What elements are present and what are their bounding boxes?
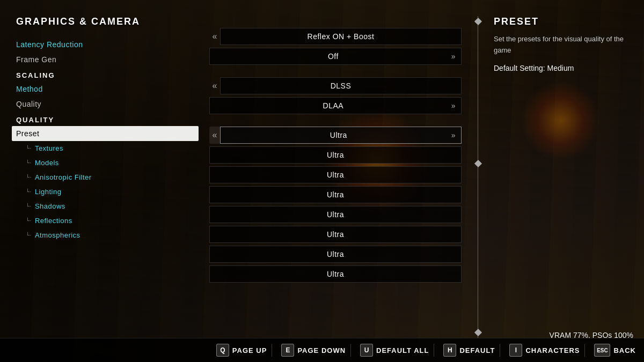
default-label: DEFAULT [459,346,495,354]
setting-row-latency: « Reflex ON + Boost [209,28,462,45]
sidebar-item-quality[interactable]: Quality [16,97,199,112]
page-up-key: Q [216,344,229,357]
right-panel: PRESET Set the presets for the visual qu… [483,11,644,338]
value-textures: Ultra [209,146,462,164]
preset-title: PRESET [494,16,628,27]
default-all-label: DEFAULT ALL [376,346,429,354]
page-down-button[interactable]: E PAGE DOWN [281,344,346,357]
sidebar-item-lighting[interactable]: └· Lighting [16,184,199,199]
back-key: ESC [594,344,610,357]
sidebar-item-reflections[interactable]: └· Reflections [16,213,199,228]
sub-marker-aniso: └· [26,174,32,180]
value-atmospherics: Ultra [209,265,462,283]
vertical-line [478,16,478,338]
left-arrow-method[interactable]: « [209,81,220,91]
characters-button[interactable]: I CHARACTERS [509,344,580,357]
value-reflections: Ultra [209,246,462,263]
page-down-key: E [281,344,294,357]
right-arrow-quality[interactable]: » [451,101,456,110]
back-button[interactable]: ESC BACK [594,344,636,357]
anisotropic-label: Anisotropic Filter [35,173,92,181]
shadows-label: Shadows [35,202,65,210]
models-label: Models [35,159,59,167]
frame-gen-label: Frame Gen [16,55,56,64]
setting-row-aniso: Ultra [209,186,462,203]
value-aniso: Ultra [209,186,462,203]
sidebar-item-preset[interactable]: Preset [12,126,199,141]
textures-label: Textures [35,144,63,152]
setting-row-atmospherics: Ultra [209,265,462,283]
default-key: H [443,344,456,357]
value-lighting: Ultra [209,206,462,223]
sub-marker-reflections: └· [26,218,32,224]
right-arrow-framegen[interactable]: » [451,52,456,61]
settings-panel: « Reflex ON + Boost Off » « DLSS [199,28,472,338]
back-label: BACK [613,346,636,354]
sidebar-item-latency-reduction[interactable]: Latency Reduction [16,37,199,52]
page-up-label: PAGE UP [232,346,267,354]
sub-marker-models: └· [26,160,32,166]
sidebar-item-anisotropic[interactable]: └· Anisotropic Filter [16,170,199,184]
sidebar-section-scaling: SCALING [16,69,199,82]
page-down-label: PAGE DOWN [297,346,346,354]
value-method: DLSS [220,77,462,94]
latency-reduction-label: Latency Reduction [16,40,83,49]
page-title: GRAPHICS & CAMERA [16,16,199,27]
sidebar-item-frame-gen[interactable]: Frame Gen [16,52,199,67]
value-preset: Ultra » [220,127,462,144]
bottom-bar: Q PAGE UP E PAGE DOWN U DEFAULT ALL H DE… [0,338,644,362]
setting-row-shadows: Ultra [209,226,462,243]
sidebar-item-method[interactable]: Method [16,82,199,97]
diamond-bot [474,329,481,336]
separator-4 [500,344,500,357]
value-latency: Reflex ON + Boost [220,28,462,45]
method-label: Method [16,85,43,93]
atmospherics-label: Atmospherics [35,231,80,239]
lighting-label: Lighting [35,188,62,196]
sidebar-item-atmospherics[interactable]: └· Atmospherics [16,228,199,242]
separator-1 [272,344,272,357]
characters-key: I [509,344,522,357]
sidebar-item-models[interactable]: └· Models [16,156,199,170]
sidebar-section-quality: QUALITY [16,114,199,126]
value-shadows: Ultra [209,226,462,243]
setting-row-reflections: Ultra [209,246,462,263]
default-all-key: U [360,344,373,357]
sidebar-item-textures[interactable]: └· Textures [16,141,199,156]
sub-marker-atmospherics: └· [26,232,32,238]
setting-row-quality: DLAA » [209,97,462,114]
spacer-1 [209,68,462,77]
separator-5 [584,344,585,357]
setting-row-preset: « Ultra » [209,127,462,144]
spacer-2 [209,117,462,127]
setting-row-models: Ultra [209,166,462,183]
sub-marker-textures: └· [26,145,32,151]
default-all-button[interactable]: U DEFAULT ALL [360,344,429,357]
preset-menu-label: Preset [16,129,39,138]
preset-default-label: Default Setting: Medium [494,64,628,72]
preset-description: Set the presets for the visual quality o… [494,34,628,56]
left-arrow-latency[interactable]: « [209,32,220,41]
diamond-top [474,18,481,25]
value-quality: DLAA » [209,97,462,114]
page-up-button[interactable]: Q PAGE UP [216,344,267,357]
value-models: Ultra [209,166,462,183]
sub-marker-lighting: └· [26,189,32,195]
setting-row-lighting: Ultra [209,206,462,223]
diamond-mid [474,160,481,167]
separator-3 [434,344,434,357]
scaling-label: SCALING [16,71,55,79]
left-menu-panel: GRAPHICS & CAMERA Latency Reduction Fram… [0,11,199,338]
setting-row-textures: Ultra [209,146,462,164]
left-arrow-preset[interactable]: « [209,130,220,140]
setting-row-method: « DLSS [209,77,462,94]
default-button[interactable]: H DEFAULT [443,344,495,357]
quality-label: Quality [16,100,41,108]
sub-marker-shadows: └· [26,203,32,209]
setting-row-framegen: Off » [209,48,462,65]
separator-2 [350,344,351,357]
sidebar-item-shadows[interactable]: └· Shadows [16,199,199,213]
vertical-line-container [472,16,483,338]
characters-label: CHARACTERS [525,346,580,354]
right-arrow-preset[interactable]: » [451,131,456,139]
